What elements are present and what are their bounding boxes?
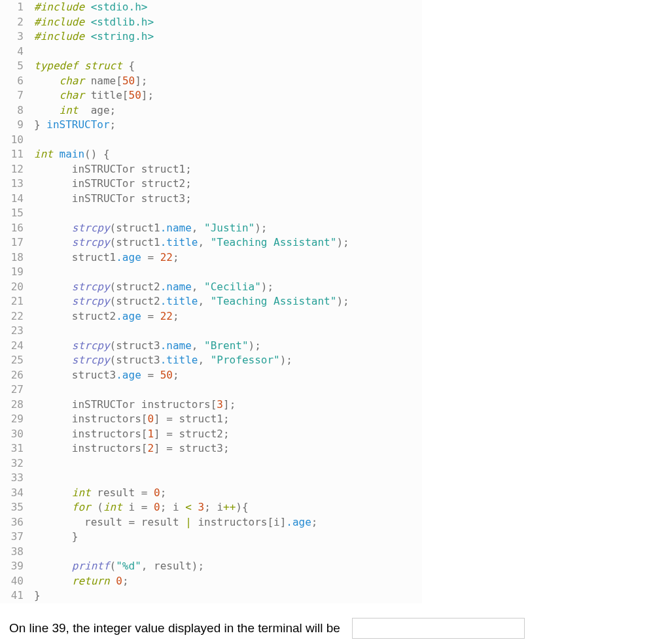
line-number: 22 (5, 309, 24, 324)
code-line: int age; (34, 103, 422, 118)
line-number-gutter: 1234567891011121314151617181920212223242… (0, 0, 30, 603)
line-number: 13 (5, 177, 24, 192)
line-number: 32 (5, 456, 24, 471)
code-line: strcpy(struct1.title, "Teaching Assistan… (34, 235, 422, 250)
code-line: return 0; (34, 574, 422, 589)
code-line: struct2.age = 22; (34, 309, 422, 324)
line-number: 41 (5, 588, 24, 603)
line-number: 20 (5, 280, 24, 295)
code-line: #include <stdio.h> (34, 0, 422, 15)
code-line: inSTRUCTor struct3; (34, 192, 422, 207)
code-line: } inSTRUCTor; (34, 118, 422, 133)
code-line: for (int i = 0; i < 3; i++){ (34, 500, 422, 515)
code-editor: 1234567891011121314151617181920212223242… (0, 0, 422, 603)
line-number: 36 (5, 515, 24, 530)
line-number: 40 (5, 574, 24, 589)
code-content: #include <stdio.h>#include <stdlib.h>#in… (30, 0, 422, 603)
code-line: int result = 0; (34, 486, 422, 501)
code-line: strcpy(struct2.title, "Teaching Assistan… (34, 294, 422, 309)
question-text: On line 39, the integer value displayed … (9, 621, 340, 636)
code-line: int main() { (34, 147, 422, 162)
code-line: strcpy(struct1.name, "Justin"); (34, 221, 422, 236)
code-line: strcpy(struct2.name, "Cecilia"); (34, 280, 422, 295)
line-number: 10 (5, 133, 24, 148)
code-line: inSTRUCTor struct1; (34, 162, 422, 177)
line-number: 29 (5, 412, 24, 427)
code-line: char name[50]; (34, 74, 422, 89)
code-line: strcpy(struct3.name, "Brent"); (34, 339, 422, 354)
line-number: 16 (5, 221, 24, 236)
code-line: result = result | instructors[i].age; (34, 515, 422, 530)
code-line: #include <string.h> (34, 29, 422, 44)
line-number: 25 (5, 353, 24, 368)
code-line: struct3.age = 50; (34, 368, 422, 383)
answer-input[interactable] (352, 618, 525, 639)
code-line: char title[50]; (34, 88, 422, 103)
code-line (34, 471, 422, 486)
line-number: 17 (5, 235, 24, 250)
line-number: 26 (5, 368, 24, 383)
line-number: 27 (5, 382, 24, 398)
line-number: 4 (5, 44, 24, 59)
line-number: 3 (5, 29, 24, 44)
line-number: 2 (5, 15, 24, 30)
question-row: On line 39, the integer value displayed … (0, 603, 670, 645)
line-number: 7 (5, 88, 24, 103)
code-line (34, 545, 422, 560)
line-number: 1 (5, 0, 24, 15)
code-line: #include <stdlib.h> (34, 15, 422, 30)
code-line: instructors[1] = struct2; (34, 427, 422, 442)
line-number: 6 (5, 74, 24, 89)
line-number: 38 (5, 545, 24, 560)
code-line: printf("%d", result); (34, 559, 422, 574)
code-line: } (34, 530, 422, 545)
line-number: 35 (5, 500, 24, 515)
line-number: 15 (5, 206, 24, 221)
line-number: 37 (5, 530, 24, 545)
code-line: typedef struct { (34, 59, 422, 74)
line-number: 8 (5, 103, 24, 118)
line-number: 12 (5, 162, 24, 177)
line-number: 31 (5, 441, 24, 456)
code-line: struct1.age = 22; (34, 250, 422, 265)
line-number: 24 (5, 339, 24, 354)
line-number: 5 (5, 59, 24, 74)
line-number: 33 (5, 471, 24, 486)
code-line: inSTRUCTor instructors[3]; (34, 398, 422, 413)
code-line (34, 133, 422, 148)
line-number: 28 (5, 398, 24, 413)
line-number: 9 (5, 118, 24, 133)
code-line (34, 456, 422, 471)
code-line: inSTRUCTor struct2; (34, 177, 422, 192)
code-line (34, 324, 422, 339)
code-line (34, 206, 422, 221)
code-line (34, 382, 422, 398)
line-number: 34 (5, 486, 24, 501)
code-line: instructors[2] = struct3; (34, 441, 422, 456)
line-number: 30 (5, 427, 24, 442)
line-number: 19 (5, 265, 24, 280)
line-number: 11 (5, 147, 24, 162)
line-number: 21 (5, 294, 24, 309)
code-line: } (34, 588, 422, 603)
line-number: 14 (5, 192, 24, 207)
line-number: 23 (5, 324, 24, 339)
line-number: 39 (5, 559, 24, 574)
code-line: instructors[0] = struct1; (34, 412, 422, 427)
code-line (34, 44, 422, 59)
line-number: 18 (5, 250, 24, 265)
code-line: strcpy(struct3.title, "Professor"); (34, 353, 422, 368)
code-line (34, 265, 422, 280)
